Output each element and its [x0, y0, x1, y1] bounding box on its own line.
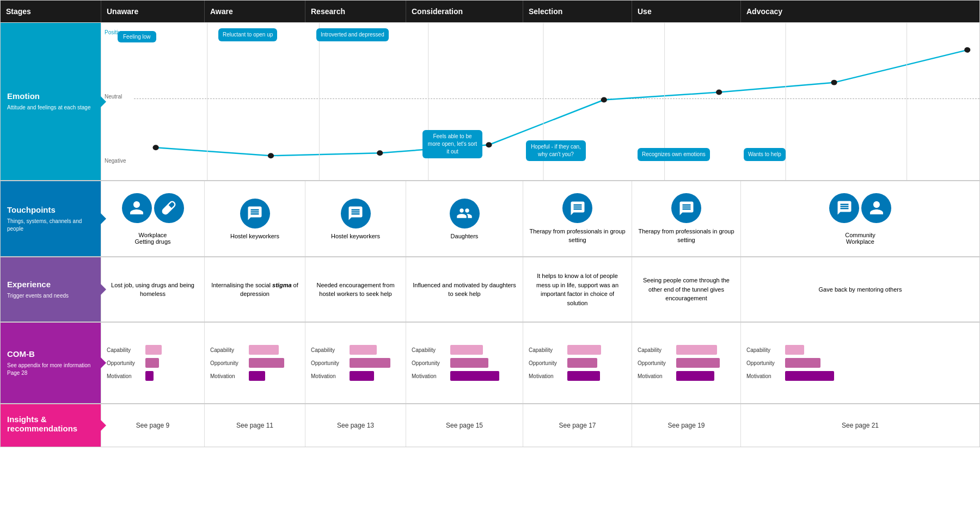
pill-icon [154, 193, 184, 223]
touchpoint-aware: Hostel keyworkers [205, 181, 305, 256]
touchpoint-selection-text: Therapy from professionals in group sett… [529, 227, 626, 244]
experience-row: Experience Trigger events and needs Lost… [1, 256, 979, 322]
touchpoint-unaware-text: Workplace Getting drugs [134, 232, 170, 245]
comb-consideration-motivation-bar [450, 371, 499, 381]
svg-point-4 [601, 97, 607, 103]
experience-label: Experience Trigger events and needs [1, 257, 101, 322]
touchpoint-research: Hostel keyworkers [305, 181, 406, 256]
experience-unaware: Lost job, using drugs and being homeless [101, 257, 205, 322]
journey-map: Stages Unaware Aware Research Considerat… [0, 0, 980, 447]
insights-advocacy: See page 21 [741, 404, 979, 447]
experience-aware: Internalising the social stigma of depre… [205, 257, 305, 322]
header-unaware: Unaware [101, 1, 205, 22]
comb-research-capability-bar [350, 345, 377, 355]
group-icon [450, 199, 480, 228]
comb-use-capability-bar [676, 345, 717, 355]
header-selection: Selection [523, 1, 632, 22]
comb-aware-motivation-bar [249, 371, 265, 381]
experience-selection: It helps to know a lot of people mess up… [523, 257, 632, 322]
touchpoint-advocacy-icons [829, 193, 891, 227]
touchpoint-advocacy: Community Workplace [741, 181, 979, 256]
header-stages: Stages [1, 1, 101, 22]
touchpoint-consideration-text: Daughters [451, 233, 479, 239]
experience-advocacy: Gave back by mentoring others [741, 257, 979, 322]
svg-point-0 [153, 145, 159, 150]
comb-consideration: Capability Opportunity Motivation [406, 323, 523, 403]
comb-advocacy-motivation-bar [785, 371, 834, 381]
insights-unaware: See page 9 [101, 404, 205, 447]
experience-consideration: Influenced and motivated by daughters to… [406, 257, 523, 322]
svg-point-6 [831, 80, 837, 85]
comb-selection-motivation-bar [567, 371, 600, 381]
insights-aware: See page 11 [205, 404, 305, 447]
insights-research: See page 13 [305, 404, 406, 447]
insights-consideration: See page 15 [406, 404, 523, 447]
emotion-label: Emotion Attitude and feelings at each st… [1, 23, 101, 180]
person-icon [122, 193, 152, 223]
touchpoints-label: Touchpoints Things, systems, channels an… [1, 181, 101, 256]
comb-use: Capability Opportunity Motivation [632, 323, 741, 403]
touchpoint-aware-text: Hostel keyworkers [230, 233, 279, 239]
comb-selection-capability-bar [567, 345, 601, 355]
comb-advocacy: Capability Opportunity Motivation [741, 323, 979, 403]
touchpoint-advocacy-text: Community Workplace [845, 232, 875, 245]
header-advocacy: Advocacy [741, 1, 979, 22]
therapy-icon-use [671, 193, 701, 223]
touchpoint-unaware: Workplace Getting drugs [101, 181, 205, 256]
touchpoint-research-text: Hostel keyworkers [331, 233, 380, 239]
comb-research: Capability Opportunity Motivation [305, 323, 406, 403]
comb-advocacy-capability-bar [785, 345, 804, 355]
chat-icon-advocacy [829, 193, 859, 223]
svg-point-2 [377, 150, 383, 156]
experience-use: Seeing people come through the other end… [632, 257, 741, 322]
comb-label: COM-B See appendix for more information … [1, 323, 101, 403]
comb-unaware-opportunity-bar [145, 358, 159, 368]
svg-point-7 [964, 47, 970, 53]
emotion-chart: Positive Neutral Negative [101, 23, 979, 180]
comb-aware-opportunity-bar [249, 358, 284, 368]
comb-advocacy-opportunity-bar [785, 358, 820, 368]
touchpoint-selection: Therapy from professionals in group sett… [523, 181, 632, 256]
touchpoint-use: Therapy from professionals in group sett… [632, 181, 741, 256]
svg-point-3 [486, 142, 492, 147]
comb-consideration-opportunity-bar [450, 358, 488, 368]
chat-icon-aware [240, 199, 270, 228]
bubble-selection: Hopeful - if they can, why can't you? [526, 140, 586, 161]
comb-selection: Capability Opportunity Motivation [523, 323, 632, 403]
comb-selection-opportunity-bar [567, 358, 597, 368]
comb-unaware: Capability Opportunity Motivation [101, 323, 205, 403]
bubble-aware: Reluctant to open up [218, 28, 277, 41]
chat-icon-research [341, 199, 371, 228]
comb-research-motivation-bar [350, 371, 374, 381]
comb-aware: Capability Opportunity Motivation [205, 323, 305, 403]
insights-use: See page 19 [632, 404, 741, 447]
comb-use-opportunity-bar [676, 358, 720, 368]
experience-research: Needed encouragement from hostel workers… [305, 257, 406, 322]
emotion-row: Emotion Attitude and feelings at each st… [1, 22, 979, 180]
insights-row: Insights & recommendations See page 9 Se… [1, 403, 979, 447]
comb-use-motivation-bar [676, 371, 714, 381]
comb-unaware-capability-bar [145, 345, 162, 355]
bubble-research: Introverted and depressed [316, 28, 389, 41]
bubble-consideration: Feels able to be more open, let's sort i… [422, 130, 482, 158]
comb-consideration-capability-bar [450, 345, 483, 355]
svg-point-5 [716, 90, 722, 95]
therapy-icon-selection [562, 193, 592, 223]
comb-row: COM-B See appendix for more information … [1, 322, 979, 403]
header-use: Use [632, 1, 741, 22]
svg-point-1 [268, 153, 274, 158]
header-consideration: Consideration [406, 1, 523, 22]
touchpoint-use-text: Therapy from professionals in group sett… [638, 227, 735, 244]
comb-unaware-motivation-bar [145, 371, 154, 381]
bubble-advocacy: Wants to help [744, 148, 786, 161]
insights-selection: See page 17 [523, 404, 632, 447]
person-desk-icon [861, 193, 891, 223]
bubble-unaware: Feeling low [118, 31, 156, 42]
touchpoint-unaware-icons [122, 193, 184, 227]
insights-label: Insights & recommendations [1, 404, 101, 447]
header-aware: Aware [205, 1, 305, 22]
header-research: Research [305, 1, 406, 22]
touchpoint-consideration: Daughters [406, 181, 523, 256]
header-row: Stages Unaware Aware Research Considerat… [1, 1, 979, 22]
comb-aware-capability-bar [249, 345, 279, 355]
